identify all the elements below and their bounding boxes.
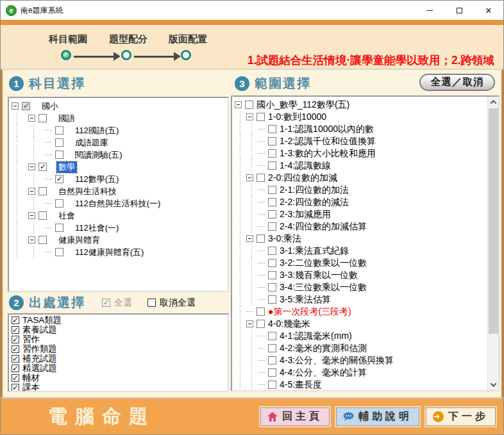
tree-label[interactable]: 3-4:三位數乘以一位數 [278, 282, 369, 293]
tree-label[interactable]: 1-0:數到10000 [266, 111, 328, 123]
tree-label[interactable]: 112健康與體育(五) [73, 247, 146, 258]
tree-checkbox[interactable] [38, 114, 47, 122]
tree-checkbox[interactable] [268, 295, 276, 304]
tree-item[interactable]: 1-0:數到10000 [235, 111, 487, 123]
tree-label[interactable]: 2-1:四位數的加法 [278, 185, 351, 196]
tree-label[interactable]: 社會 [56, 210, 77, 222]
tree-checkbox[interactable] [268, 149, 276, 158]
tree-label[interactable]: ●第一次段考(三段考) [266, 306, 353, 318]
tree-item[interactable]: 成語題庫 [12, 136, 228, 149]
tree-item[interactable]: 4-2:毫米的實測和估測 [235, 342, 487, 354]
expand-toggle[interactable] [28, 163, 35, 170]
source-checkbox[interactable] [12, 374, 19, 382]
tree-label[interactable]: 3-2:二位數乘以一位數 [278, 258, 369, 269]
tree-checkbox[interactable] [55, 151, 63, 159]
tree-checkbox[interactable] [256, 113, 265, 121]
tree-item[interactable]: 2-0:四位數的加減 [235, 172, 487, 184]
tree-item[interactable]: 3-5:乘法估算 [235, 293, 487, 306]
source-checkbox[interactable] [12, 365, 19, 372]
tree-item[interactable]: 3-4:三位數乘以一位數 [235, 281, 487, 293]
tree-label[interactable]: 國語 [56, 113, 77, 124]
tree-label[interactable]: 健康與體育 [56, 234, 102, 246]
source-item[interactable]: 課本 [12, 382, 228, 392]
tree-label[interactable]: 3-1:乘法直式紀錄 [278, 245, 351, 257]
deselect-all-checkbox[interactable] [147, 299, 156, 307]
tree-checkbox[interactable] [268, 198, 276, 206]
expand-toggle[interactable] [12, 103, 19, 110]
tree-item[interactable]: 社會 [12, 209, 228, 222]
tree-item[interactable]: 數學 [12, 161, 228, 173]
tree-item[interactable]: 2-3:加減應用 [235, 208, 487, 220]
tree-item[interactable]: 1-2:認識千位和位值換算 [235, 135, 487, 147]
source-item[interactable]: 素養試題 [12, 325, 228, 334]
scroll-up-button[interactable] [488, 97, 499, 108]
tree-checkbox[interactable] [55, 175, 63, 183]
tree-checkbox[interactable] [268, 125, 276, 133]
maximize-button[interactable] [444, 1, 474, 20]
tree-label[interactable]: 4-0:幾毫米 [266, 318, 312, 330]
tree-item[interactable]: 3-3:幾百乘以一位數 [235, 269, 487, 281]
tree-checkbox[interactable] [268, 137, 276, 145]
tree-checkbox[interactable] [268, 344, 276, 352]
tree-item[interactable]: 健康與體育 [12, 234, 228, 246]
tree-label[interactable]: 4-4:公分、毫米的計算 [278, 367, 369, 379]
source-item[interactable]: 輔材 [12, 373, 228, 382]
tree-label[interactable]: 112數學(五) [73, 174, 121, 185]
next-step-button[interactable]: ➜ 下一步 [426, 407, 496, 426]
source-checkbox[interactable] [12, 384, 19, 391]
tree-item[interactable]: 4-6:長度的應用 [235, 391, 487, 391]
tree-checkbox[interactable] [268, 161, 276, 170]
tree-label[interactable]: 3-3:幾百乘以一位數 [278, 270, 360, 281]
deselect-all-checkbox-group[interactable]: 取消全選 [147, 297, 196, 309]
tree-item[interactable]: 國小_數學_112數學(五) [235, 99, 487, 111]
select-all-toggle-button[interactable]: 全選／取消 [419, 74, 495, 91]
tree-item[interactable]: 112國語(五) [12, 124, 228, 136]
scrollbar-thumb[interactable] [489, 108, 498, 334]
tree-label[interactable]: 1-2:認識千位和位值換算 [278, 136, 378, 147]
tree-label[interactable]: 2-0:四位數的加減 [266, 172, 339, 184]
tree-checkbox[interactable] [268, 368, 276, 377]
close-button[interactable]: ✕ [474, 1, 503, 20]
tree-item[interactable]: 1-3:數的大小比較和應用 [235, 147, 487, 160]
tree-item[interactable]: 3-2:二位數乘以一位數 [235, 257, 487, 269]
tree-label[interactable]: 2-4:四位數的加減估算 [278, 221, 369, 233]
tree-label[interactable]: 3-0:乘法 [266, 233, 303, 245]
tree-item[interactable]: 112數學(五) [12, 173, 228, 185]
source-checkbox[interactable] [12, 316, 19, 324]
expand-toggle[interactable] [28, 188, 35, 195]
home-button[interactable]: 回主頁 [260, 407, 330, 426]
select-all-checkbox-group[interactable]: 全選 [102, 297, 132, 309]
tree-checkbox[interactable] [38, 211, 47, 220]
tree-checkbox[interactable] [268, 332, 276, 340]
tree-checkbox[interactable] [22, 102, 30, 110]
expand-toggle[interactable] [28, 115, 35, 122]
tree-label[interactable]: 4-6:長度的應用 [278, 391, 342, 392]
expand-toggle[interactable] [28, 236, 35, 243]
tree-checkbox[interactable] [268, 283, 276, 291]
tree-item[interactable]: 112健康與體育(五) [12, 246, 228, 258]
tree-item[interactable]: 112社會(一) [12, 222, 228, 234]
tree-checkbox[interactable] [256, 308, 265, 316]
tree-label[interactable]: 1-3:數的大小比較和應用 [278, 148, 378, 160]
tree-item[interactable]: 1-1:認識10000以內的數 [235, 123, 487, 135]
tree-label[interactable]: 國小 [40, 101, 60, 112]
tree-checkbox[interactable] [55, 248, 63, 256]
tree-checkbox[interactable] [268, 247, 276, 255]
tree-label[interactable]: 4-3:公分、毫米的關係與換算 [278, 355, 396, 366]
tree-item[interactable]: 2-1:四位數的加法 [235, 184, 487, 196]
expand-toggle[interactable] [235, 101, 242, 108]
expand-toggle[interactable] [28, 212, 35, 219]
tree-checkbox[interactable] [268, 356, 276, 365]
tree-item[interactable]: 112自然與生活科技(一) [12, 197, 228, 209]
minimize-button[interactable] [415, 1, 444, 20]
tree-item[interactable]: 4-1:認識毫米(mm) [235, 330, 487, 342]
tree-item[interactable]: 國小 [12, 100, 228, 112]
tree-label[interactable]: 112自然與生活科技(一) [73, 198, 162, 209]
tree-item[interactable]: 國語 [12, 112, 228, 124]
source-checkbox[interactable] [12, 326, 19, 334]
tree-checkbox[interactable] [268, 271, 276, 279]
select-all-checkbox[interactable] [102, 299, 110, 307]
tree-label[interactable]: 3-5:乘法估算 [278, 294, 333, 306]
expand-toggle[interactable] [246, 235, 253, 242]
tree-item[interactable]: ●第一次段考(三段考) [235, 306, 487, 318]
